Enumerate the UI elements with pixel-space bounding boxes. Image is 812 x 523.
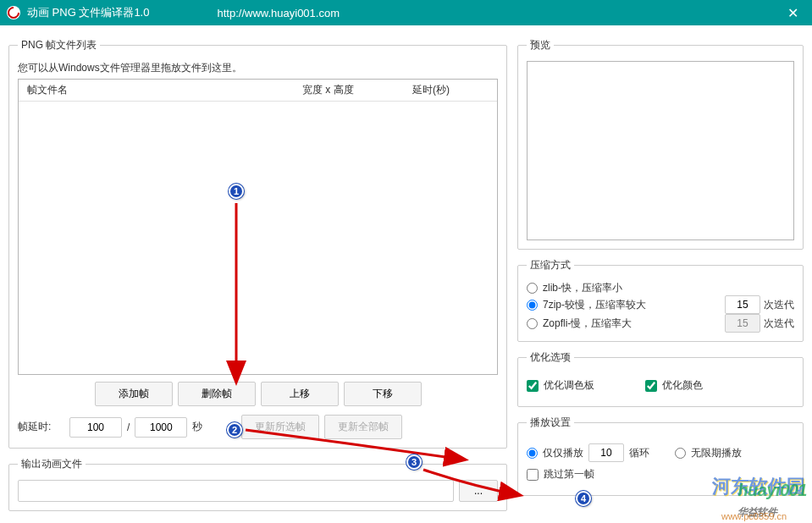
delete-frame-button[interactable]: 删除帧 [178, 382, 256, 406]
watermark-url: www.pc0359.cn [721, 511, 787, 521]
optimization-fieldset: 优化选项 优化调色板 优化颜色 [517, 350, 804, 407]
frame-list[interactable]: 帧文件名 宽度 x 高度 延时(秒) [18, 79, 498, 375]
loop-count-input[interactable] [588, 443, 624, 462]
compression-legend: 压缩方式 [527, 258, 574, 273]
skip-first-checkbox[interactable] [527, 469, 539, 481]
only-play-radio[interactable] [527, 448, 538, 459]
delay-unit: 秒 [192, 420, 202, 434]
badge-1: 1 [229, 184, 244, 199]
delay-denominator-input[interactable] [135, 417, 187, 438]
move-down-button[interactable]: 下移 [344, 382, 422, 406]
output-path-input[interactable] [18, 480, 454, 502]
frame-list-legend: PNG 帧文件列表 [18, 38, 100, 52]
col-filename[interactable]: 帧文件名 [19, 83, 302, 97]
col-delay[interactable]: 延时(秒) [412, 83, 497, 97]
playback-legend: 播放设置 [527, 416, 574, 430]
preview-area [527, 61, 794, 240]
output-legend: 输出动画文件 [18, 457, 86, 471]
app-url: http://www.huayi001.com [217, 7, 340, 19]
iter-label-1: 次迭代 [764, 298, 794, 312]
app-title: 动画 PNG 文件编译器1.0 [27, 5, 149, 20]
badge-3: 3 [406, 454, 422, 470]
zopfli-label: Zopfli-慢，压缩率大 [543, 317, 632, 331]
close-button[interactable]: ✕ [773, 0, 812, 25]
titlebar: 动画 PNG 文件编译器1.0 http://www.huayi001.com … [0, 0, 812, 25]
move-up-button[interactable]: 上移 [261, 382, 339, 406]
app-icon [7, 6, 20, 19]
update-selected-button[interactable]: 更新所选帧 [241, 415, 319, 439]
delay-label: 帧延时: [18, 420, 64, 434]
badge-2: 2 [227, 422, 242, 438]
loop-label: 循环 [629, 446, 649, 460]
skip-first-label: 跳过第一帧 [544, 467, 594, 482]
preview-legend: 预览 [527, 38, 554, 52]
color-label: 优化颜色 [662, 378, 703, 393]
delay-slash: / [127, 421, 130, 433]
sevenzip-iter-input[interactable] [725, 295, 760, 314]
frame-list-fieldset: PNG 帧文件列表 您可以从Windows文件管理器里拖放文件到这里。 帧文件名… [8, 38, 507, 449]
palette-checkbox[interactable] [527, 380, 539, 392]
badge-4: 4 [576, 491, 591, 506]
add-frame-button[interactable]: 添加帧 [95, 382, 173, 406]
zlib-radio[interactable] [527, 283, 538, 294]
update-all-button[interactable]: 更新全部帧 [324, 415, 402, 439]
delay-numerator-input[interactable] [69, 417, 122, 438]
color-checkbox[interactable] [645, 380, 657, 392]
palette-label: 优化调色板 [544, 378, 594, 393]
zopfli-iter-input[interactable] [725, 314, 760, 333]
sevenzip-radio[interactable] [527, 300, 538, 311]
compression-fieldset: 压缩方式 zlib-快，压缩率小 7zip-较慢，压缩率较大 次迭代 [517, 258, 804, 342]
zlib-label: zlib-快，压缩率小 [543, 281, 622, 295]
preview-fieldset: 预览 [517, 38, 804, 250]
frame-list-header: 帧文件名 宽度 x 高度 延时(秒) [19, 80, 497, 102]
optimization-legend: 优化选项 [527, 350, 574, 365]
output-fieldset: 输出动画文件 ... [8, 457, 507, 511]
zopfli-radio[interactable] [527, 318, 538, 329]
browse-button[interactable]: ... [459, 480, 498, 502]
infinite-label: 无限期播放 [691, 446, 742, 460]
col-dimensions[interactable]: 宽度 x 高度 [302, 83, 412, 97]
drag-hint: 您可以从Windows文件管理器里拖放文件到这里。 [18, 61, 498, 75]
sevenzip-label: 7zip-较慢，压缩率较大 [543, 298, 646, 312]
infinite-radio[interactable] [675, 448, 686, 459]
iter-label-2: 次迭代 [764, 317, 794, 331]
only-play-label: 仅仅播放 [543, 446, 583, 460]
